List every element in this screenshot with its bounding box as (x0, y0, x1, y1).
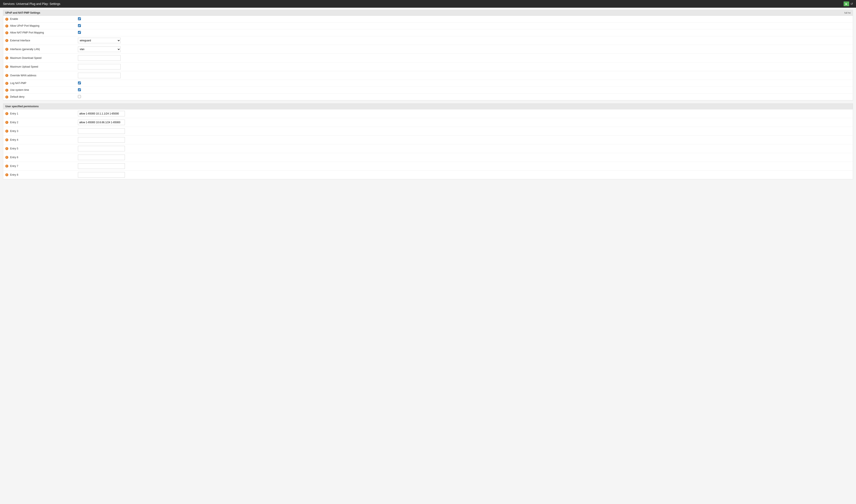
table-row: i Override WAN address (3, 71, 853, 80)
table-row: i Entry 2 (3, 118, 853, 127)
entry2-input[interactable] (78, 120, 125, 125)
field-label: i Log NAT-PMP (3, 80, 76, 87)
info-icon: i (5, 121, 8, 124)
field-label: i Default deny (3, 94, 76, 101)
table-row: i Interfaces (generally LAN) vlan (3, 45, 853, 54)
field-label: i Entry 3 (3, 127, 76, 136)
table-row: i External Interface wireguard (3, 36, 853, 45)
use-system-time-checkbox[interactable] (78, 88, 81, 91)
permissions-settings-table: i Entry 1 i Entry 2 i (3, 109, 853, 179)
upnp-settings-table: i Enable i Allow UPnP Port Mapping (3, 16, 853, 101)
entry4-input[interactable] (78, 137, 125, 143)
table-row: i Entry 4 (3, 136, 853, 144)
default-deny-checkbox[interactable] (78, 95, 81, 98)
max-download-speed-input[interactable] (78, 55, 121, 61)
table-row: i Entry 8 (3, 170, 853, 179)
field-label: i Maximum Download Speed (3, 54, 76, 62)
info-icon: i (5, 112, 8, 115)
table-row: i Entry 5 (3, 144, 853, 153)
external-interface-select[interactable]: wireguard (78, 38, 121, 43)
field-label: i Entry 1 (3, 109, 76, 118)
entry3-input[interactable] (78, 128, 125, 134)
field-label: i Allow UPnP Port Mapping (3, 23, 76, 30)
allow-natpmp-checkbox[interactable] (78, 31, 81, 34)
info-icon: i (5, 130, 8, 132)
entry5-input[interactable] (78, 146, 125, 151)
override-wan-input[interactable] (78, 73, 121, 78)
table-row: i Maximum Upload Speed (3, 62, 853, 71)
table-row: i Entry 3 (3, 127, 853, 136)
top-bar: Services: Universal Plug and Play: Setti… (0, 0, 856, 8)
info-icon: i (5, 138, 8, 141)
field-label: i Entry 6 (3, 153, 76, 162)
info-icon: i (5, 39, 8, 42)
field-label: i Use system time (3, 87, 76, 94)
top-bar-actions: ▶ ↺ (844, 1, 853, 6)
info-icon: i (5, 31, 8, 34)
info-icon: i (5, 56, 8, 59)
max-upload-speed-input[interactable] (78, 64, 121, 70)
page-title: Services: Universal Plug and Play: Setti… (3, 2, 60, 5)
info-icon: i (5, 89, 8, 92)
table-row: i Default deny (3, 94, 853, 101)
field-label: i Entry 8 (3, 170, 76, 179)
table-row: i Allow UPnP Port Mapping (3, 23, 853, 30)
table-row: i Allow NAT-PMP Port Mapping (3, 30, 853, 36)
log-natpmp-checkbox[interactable] (78, 82, 81, 85)
field-label: i Interfaces (generally LAN) (3, 45, 76, 54)
info-icon: i (5, 156, 8, 159)
permissions-section-header: User specified permissions (3, 103, 853, 109)
upnp-section-header: UPnP and NAT-PMP Settings full he (3, 10, 853, 16)
page-content: UPnP and NAT-PMP Settings full he i Enab… (0, 8, 856, 184)
full-help-link[interactable]: full he (844, 12, 851, 14)
allow-upnp-checkbox[interactable] (78, 24, 81, 27)
info-icon: i (5, 165, 8, 167)
play-button[interactable]: ▶ (844, 1, 849, 6)
table-row: i Entry 1 (3, 109, 853, 118)
table-row: i Log NAT-PMP (3, 80, 853, 87)
field-label: i Enable (3, 16, 76, 23)
permissions-section-title: User specified permissions (5, 105, 39, 108)
info-icon: i (5, 24, 8, 28)
entry7-input[interactable] (78, 163, 125, 169)
field-label: i Maximum Upload Speed (3, 62, 76, 71)
table-row: i Use system time (3, 87, 853, 94)
field-label: i Entry 7 (3, 162, 76, 170)
info-icon: i (5, 95, 8, 98)
info-icon: i (5, 147, 8, 150)
field-label: i External Interface (3, 36, 76, 45)
info-icon: i (5, 48, 8, 51)
info-icon: i (5, 173, 8, 176)
field-label: i Allow NAT-PMP Port Mapping (3, 30, 76, 36)
interfaces-lan-select[interactable]: vlan (78, 47, 121, 52)
field-label: i Entry 4 (3, 136, 76, 144)
field-label: i Override WAN address (3, 71, 76, 80)
field-label: i Entry 5 (3, 144, 76, 153)
table-row: i Entry 6 (3, 153, 853, 162)
info-icon: i (5, 65, 8, 68)
table-row: i Enable (3, 16, 853, 23)
entry8-input[interactable] (78, 172, 125, 178)
table-row: i Maximum Download Speed (3, 54, 853, 62)
info-icon: i (5, 82, 8, 85)
refresh-button[interactable]: ↺ (851, 2, 853, 5)
table-row: i Entry 7 (3, 162, 853, 170)
enable-checkbox[interactable] (78, 17, 81, 20)
info-icon: i (5, 18, 8, 21)
entry6-input[interactable] (78, 155, 125, 160)
field-label: i Entry 2 (3, 118, 76, 127)
entry1-input[interactable] (78, 111, 125, 116)
info-icon: i (5, 74, 8, 77)
upnp-section-title: UPnP and NAT-PMP Settings (5, 11, 40, 14)
